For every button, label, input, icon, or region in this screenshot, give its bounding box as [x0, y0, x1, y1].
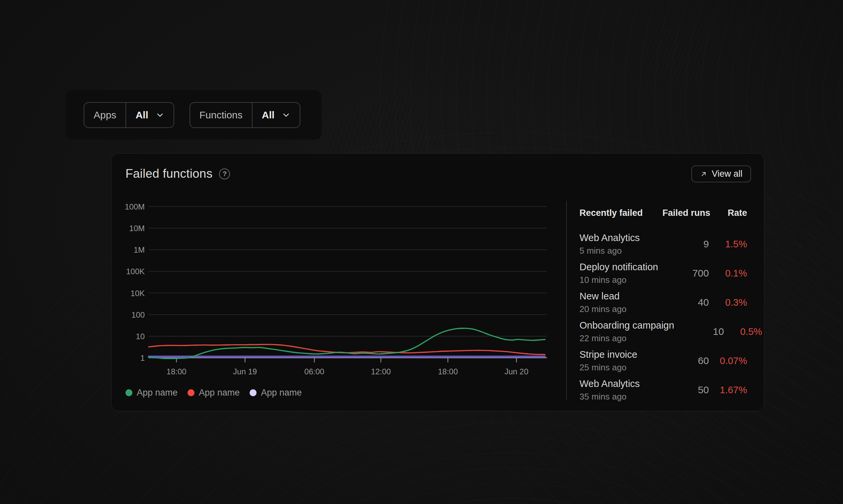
table-row[interactable]: Web Analytics5 mins ago91.5% [580, 230, 747, 259]
failed-time-ago: 25 mins ago [580, 362, 659, 373]
table-header-row: Recently failed Failed runs Rate [580, 203, 747, 218]
function-name: Deploy notification [580, 262, 659, 273]
failed-time-ago: 5 mins ago [580, 246, 659, 256]
failure-rate-value: 1.5% [712, 239, 747, 250]
recently-failed-table: Recently failed Failed runs Rate Web Ana… [580, 203, 747, 404]
x-axis-tick-label: Jun 19 [233, 367, 257, 376]
function-name: Onboarding campaign [580, 320, 674, 331]
function-name: New lead [580, 291, 659, 302]
x-axis-tick-label: 18:00 [438, 367, 458, 376]
legend-item[interactable]: App name [250, 388, 302, 398]
column-header-recently-failed: Recently failed [580, 208, 659, 218]
failed-runs-value: 40 [663, 297, 709, 308]
failed-time-ago: 10 mins ago [580, 275, 659, 285]
functions-filter-value: All [262, 109, 274, 121]
legend-dot [188, 389, 194, 396]
failure-rate-value: 0.3% [712, 297, 747, 308]
apps-filter-value: All [135, 109, 148, 121]
table-row[interactable]: New lead20 mins ago400.3% [580, 288, 747, 317]
legend-item[interactable]: App name [125, 388, 177, 398]
y-axis-tick-label: 1M [134, 245, 145, 254]
failed-runs-value: 50 [663, 384, 709, 396]
row-name-cell: Web Analytics35 mins ago [580, 378, 659, 402]
failed-functions-chart[interactable]: 100M10M1M100K10K10010118:00Jun 1906:0012… [125, 200, 560, 385]
chevron-down-icon [156, 111, 164, 119]
x-axis-tick-label: Jun 20 [504, 367, 528, 376]
failure-rate-value: 0.5% [727, 326, 762, 337]
failed-functions-card: Failed functions ? View all 100M10M1M100… [111, 153, 764, 411]
help-icon[interactable]: ? [219, 168, 230, 179]
failed-time-ago: 20 mins ago [580, 304, 659, 314]
legend-label: App name [199, 388, 240, 398]
apps-filter-dropdown[interactable]: Apps All [84, 102, 174, 128]
x-axis-tick-label: 06:00 [304, 367, 324, 376]
row-name-cell: Onboarding campaign22 mins ago [580, 320, 674, 343]
function-name: Web Analytics [580, 232, 659, 244]
failed-runs-value: 10 [677, 326, 724, 337]
table-row[interactable]: Onboarding campaign22 mins ago100.5% [580, 317, 747, 346]
column-header-rate: Rate [712, 208, 747, 218]
y-axis-tick-label: 100 [132, 310, 145, 319]
view-all-label: View all [711, 169, 742, 179]
table-row[interactable]: Stripe invoice25 mins ago600.07% [580, 346, 747, 375]
y-axis-tick-label: 10K [131, 289, 145, 298]
failed-runs-value: 700 [663, 268, 709, 279]
row-name-cell: New lead20 mins ago [580, 291, 659, 314]
view-all-button[interactable]: View all [691, 165, 751, 182]
functions-filter-label: Functions [190, 103, 253, 127]
table-row[interactable]: Web Analytics35 mins ago501.67% [580, 375, 747, 404]
failure-rate-value: 0.07% [712, 356, 747, 366]
background-hatch-texture [569, 0, 792, 159]
failed-runs-value: 9 [663, 238, 709, 250]
failure-rate-value: 0.1% [712, 268, 747, 279]
apps-filter-label: Apps [84, 103, 126, 127]
y-axis-tick-label: 1 [140, 354, 145, 362]
chart-legend: App nameApp nameApp name [125, 388, 302, 398]
row-name-cell: Deploy notification10 mins ago [580, 262, 659, 285]
row-name-cell: Stripe invoice25 mins ago [580, 349, 659, 373]
card-divider [566, 201, 567, 400]
x-axis-tick-label: 18:00 [167, 367, 187, 376]
functions-filter-dropdown[interactable]: Functions All [190, 102, 300, 128]
failed-runs-value: 60 [663, 355, 709, 366]
table-row[interactable]: Deploy notification10 mins ago7000.1% [580, 259, 747, 288]
y-axis-tick-label: 100M [125, 202, 145, 211]
x-axis-tick-label: 12:00 [371, 367, 391, 376]
y-axis-tick-label: 100K [126, 267, 145, 276]
legend-dot [125, 389, 133, 396]
legend-dot [250, 389, 257, 396]
card-title: Failed functions [125, 167, 212, 181]
page-background: Apps All Functions All Failed functions … [0, 0, 843, 504]
legend-label: App name [261, 388, 302, 398]
failed-time-ago: 22 mins ago [580, 333, 674, 343]
filter-bar: Apps All Functions All [66, 90, 322, 140]
y-axis-tick-label: 10 [136, 332, 145, 341]
chart-series-line[interactable] [149, 328, 545, 358]
legend-label: App name [137, 388, 177, 398]
function-name: Web Analytics [580, 378, 659, 389]
row-name-cell: Web Analytics5 mins ago [580, 232, 659, 256]
function-name: Stripe invoice [580, 349, 659, 360]
column-header-failed-runs: Failed runs [663, 208, 709, 218]
legend-item[interactable]: App name [188, 388, 240, 398]
arrow-up-right-icon [700, 170, 707, 178]
y-axis-tick-label: 10M [129, 224, 145, 233]
failed-time-ago: 35 mins ago [580, 392, 659, 402]
chevron-down-icon [282, 111, 290, 119]
failure-rate-value: 1.67% [712, 385, 747, 396]
